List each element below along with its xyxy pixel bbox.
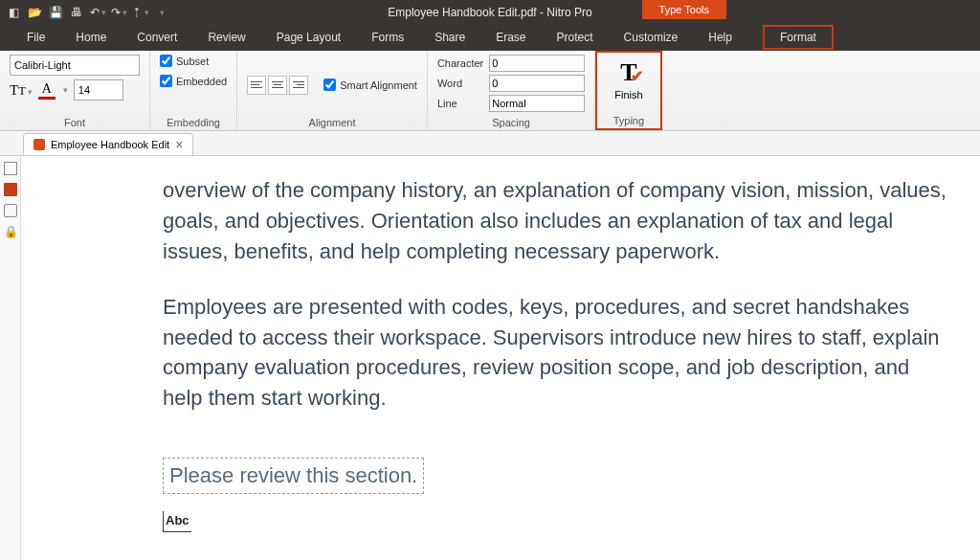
font-color-button[interactable]: A xyxy=(38,81,56,100)
text-insertion-marker[interactable]: Abc xyxy=(163,511,191,532)
save-icon[interactable]: 💾 xyxy=(48,5,63,20)
subset-checkbox[interactable]: Subset xyxy=(160,55,227,67)
document-tab-label: Employee Handbook Edit xyxy=(51,139,169,150)
menu-erase[interactable]: Erase xyxy=(480,25,541,50)
embedding-group-label: Embedding xyxy=(160,115,227,128)
workspace: 🔒 overview of the company history, an ex… xyxy=(0,156,980,560)
menu-file[interactable]: File xyxy=(11,25,60,50)
menu-page-layout[interactable]: Page Layout xyxy=(261,25,356,50)
document-view[interactable]: overview of the company history, an expl… xyxy=(21,156,980,560)
smart-alignment-checkbox[interactable]: Smart Alignment xyxy=(323,78,417,91)
finish-label: Finish xyxy=(614,89,642,101)
align-right-button[interactable] xyxy=(289,76,308,95)
menu-convert[interactable]: Convert xyxy=(122,25,192,50)
word-spacing-label: Word xyxy=(437,78,483,89)
menu-help[interactable]: Help xyxy=(693,25,747,50)
document-paragraph: Employees are presented with codes, keys… xyxy=(163,292,949,414)
pdf-icon xyxy=(33,139,45,150)
finish-icon: T✔ xyxy=(620,58,636,87)
menu-forms[interactable]: Forms xyxy=(356,25,419,50)
open-icon[interactable]: 📂 xyxy=(27,5,42,20)
menu-bar: File Home Convert Review Page Layout For… xyxy=(0,24,980,51)
text-edit-box[interactable]: Please review this section. xyxy=(163,458,424,494)
ribbon-group-spacing: Character Word Line Spacing xyxy=(428,51,595,130)
font-group-label: Font xyxy=(10,115,140,128)
print-icon[interactable]: 🖶 xyxy=(69,5,84,20)
left-sidebar: 🔒 xyxy=(0,156,21,560)
security-panel-icon[interactable]: 🔒 xyxy=(4,225,17,238)
type-tools-contextual-tab[interactable]: Type Tools xyxy=(642,0,726,19)
menu-protect[interactable]: Protect xyxy=(542,25,609,50)
title-bar: ◧ 📂 💾 🖶 ↶▾ ↷▾ ⭫▾ ▾ Employee Handbook Edi… xyxy=(0,0,980,24)
line-spacing-label: Line xyxy=(437,98,483,109)
document-paragraph: overview of the company history, an expl… xyxy=(163,175,949,267)
redo-icon[interactable]: ↷▾ xyxy=(111,5,126,20)
character-spacing-input[interactable] xyxy=(489,55,585,72)
close-tab-button[interactable]: × xyxy=(175,138,183,151)
align-center-button[interactable] xyxy=(268,76,287,95)
ribbon-group-embedding: Subset Embedded Embedding xyxy=(150,51,237,130)
finish-button[interactable]: T✔ Finish xyxy=(607,56,650,102)
menu-customize[interactable]: Customize xyxy=(609,25,694,50)
ribbon-group-font: TT▾ A▾ Font xyxy=(0,51,150,130)
bookmarks-panel-icon[interactable] xyxy=(4,183,17,196)
spacing-group-label: Spacing xyxy=(437,115,585,128)
window-title: Employee Handbook Edit.pdf - Nitro Pro xyxy=(388,6,591,19)
app-icon: ◧ xyxy=(6,5,21,20)
align-left-button[interactable] xyxy=(247,76,266,95)
menu-format[interactable]: Format xyxy=(763,25,834,50)
undo-icon[interactable]: ↶▾ xyxy=(90,5,105,20)
menu-home[interactable]: Home xyxy=(60,25,122,50)
document-tab[interactable]: Employee Handbook Edit × xyxy=(23,133,193,155)
line-spacing-select[interactable] xyxy=(489,95,585,112)
font-family-select[interactable] xyxy=(10,55,140,76)
alignment-group-label: Alignment xyxy=(247,115,417,128)
format-ribbon: TT▾ A▾ Font Subset Embedded Embedding Sm… xyxy=(0,51,980,131)
font-size-select[interactable] xyxy=(74,79,123,101)
select-tool-icon[interactable]: ⭫▾ xyxy=(132,5,147,20)
ribbon-group-alignment: Smart Alignment Alignment xyxy=(237,51,428,130)
word-spacing-input[interactable] xyxy=(489,75,585,92)
typing-group-label: Typing xyxy=(607,113,650,126)
attachments-panel-icon[interactable] xyxy=(4,204,17,217)
text-size-icon[interactable]: TT▾ xyxy=(10,82,33,99)
ribbon-group-typing: T✔ Finish Typing xyxy=(595,51,661,130)
pages-panel-icon[interactable] xyxy=(4,162,17,175)
qat-customize-icon[interactable]: ▾ xyxy=(153,5,168,20)
document-tab-bar: Employee Handbook Edit × xyxy=(0,131,980,156)
embedded-checkbox[interactable]: Embedded xyxy=(160,75,227,87)
character-spacing-label: Character xyxy=(437,57,483,69)
menu-share[interactable]: Share xyxy=(419,25,480,50)
menu-review[interactable]: Review xyxy=(192,25,260,50)
